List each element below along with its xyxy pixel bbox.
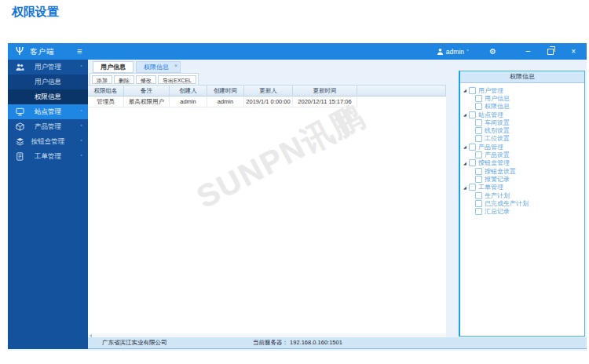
tree-node[interactable]: 车间设置 (463, 118, 583, 126)
page: 权限设置 客户端 ≡ admin ˅ ⚙ – × 用 (0, 0, 589, 364)
tree-node[interactable]: 按钮盒设置 (463, 167, 583, 175)
checkbox[interactable] (469, 159, 476, 166)
work-order-icon (16, 152, 24, 161)
tree-node[interactable]: 工位设置 (463, 135, 583, 143)
checkbox[interactable] (475, 176, 482, 183)
current-server: 当前服务器： 192.168.0.160:1501 (253, 337, 342, 348)
product-box-icon (16, 122, 24, 131)
monitor-icon (16, 107, 24, 116)
checkbox[interactable] (475, 208, 482, 215)
checkbox[interactable] (475, 168, 482, 175)
tree-node-group[interactable]: ◢用户管理 (463, 86, 583, 94)
export-excel-button[interactable]: 导出EXCEL (158, 75, 196, 84)
sidebar-item-buttonbox-management[interactable]: 按钮盒管理 ˅ (8, 134, 88, 149)
expand-icon: ◢ (463, 112, 468, 117)
toolbar: 添加 删除 修改 导出EXCEL (90, 73, 199, 86)
checkbox[interactable] (469, 111, 476, 118)
settings-gear-icon[interactable]: ⚙ (489, 43, 496, 60)
users-icon (16, 63, 24, 71)
col-header-create-time[interactable]: 创建时间 (207, 85, 244, 96)
chevron-down-icon: ˅ (80, 149, 82, 164)
expand-icon: ◢ (463, 88, 468, 93)
sidebar: 用户管理 ˄ 用户信息 权限信息 站点管理 ˅ 产品管理 ˅ (8, 60, 88, 349)
table-row[interactable]: 管理员 最高权限用户 admin admin 2019/1/1 0:00:00 … (88, 96, 446, 107)
tree-node[interactable]: 已完成生产计划 (463, 199, 583, 207)
chevron-down-icon: ˅ (80, 134, 82, 149)
tree-node[interactable]: 用户信息 (463, 94, 583, 102)
col-header-updater[interactable]: 更新人 (244, 85, 293, 96)
company-name: 广东省滨江实业有限公司 (102, 337, 167, 348)
sidebar-item-workorder-management[interactable]: 工单管理 ˅ (8, 149, 88, 164)
sidebar-item-site-management[interactable]: 站点管理 ˅ (8, 104, 88, 119)
restore-button[interactable] (547, 49, 554, 55)
user-name: admin (446, 48, 464, 56)
sidebar-item-product-management[interactable]: 产品管理 ˅ (8, 119, 88, 134)
sidebar-item-user-management[interactable]: 用户管理 ˄ (8, 60, 88, 75)
page-title: 权限设置 (12, 5, 59, 20)
app-name: 客户端 (30, 43, 55, 60)
tree-node[interactable]: 线别设置 (463, 126, 583, 134)
col-header-update-time[interactable]: 更新时间 (293, 85, 357, 96)
tree-node[interactable]: 产品设置 (463, 151, 583, 158)
delete-button[interactable]: 删除 (114, 75, 134, 84)
checkbox[interactable] (475, 119, 482, 126)
tree-node-group[interactable]: ◢按钮盒管理 (463, 159, 583, 167)
chevron-down-icon: ˅ (80, 104, 82, 119)
user-menu[interactable]: admin ˅ (437, 43, 469, 60)
tree-node-group[interactable]: ◢工单管理 (463, 184, 583, 191)
tab-close-icon[interactable]: × (174, 60, 177, 71)
permission-table: 权限组名 备注 创建人 创建时间 更新人 更新时间 管理员 最高权限用户 adm… (88, 85, 446, 338)
close-button[interactable]: × (571, 43, 576, 60)
table-header-row: 权限组名 备注 创建人 创建时间 更新人 更新时间 (88, 85, 446, 96)
col-header-remark[interactable]: 备注 (124, 85, 170, 96)
sidebar-item-user-info[interactable]: 用户信息 (8, 75, 88, 89)
chevron-down-icon: ˅ (80, 119, 82, 134)
checkbox[interactable] (475, 192, 482, 199)
checkbox[interactable] (475, 135, 482, 142)
tree-node[interactable]: 报警记录 (463, 175, 583, 183)
checkbox[interactable] (469, 144, 476, 151)
tree-node-group[interactable]: ◢站点管理 (463, 111, 583, 118)
main-content: 用户信息 权限信息 × 添加 删除 修改 导出EXCEL 权限组名 备注 创建人… (88, 60, 587, 338)
titlebar: 客户端 ≡ admin ˅ ⚙ – × (8, 43, 587, 60)
user-icon (437, 48, 444, 55)
panel-title: 权限信息 (460, 71, 584, 83)
expand-icon: ◢ (463, 161, 468, 166)
tree-node[interactable]: 生产计划 (463, 191, 583, 199)
checkbox[interactable] (475, 95, 482, 102)
status-bar: 广东省滨江实业有限公司 当前服务器： 192.168.0.160:1501 (88, 337, 587, 349)
watermark: SUNPN讯鹏 (189, 94, 371, 218)
checkbox[interactable] (475, 127, 482, 134)
col-header-group-name[interactable]: 权限组名 (88, 85, 124, 96)
menu-toggle-icon[interactable]: ≡ (77, 43, 82, 60)
layers-icon (16, 137, 24, 146)
tree-node[interactable]: 汇总记录 (463, 207, 583, 215)
tab-user-info[interactable]: 用户信息 (93, 61, 134, 73)
tree-node[interactable]: 权限信息 (463, 103, 583, 111)
checkbox[interactable] (475, 151, 482, 158)
checkbox[interactable] (469, 87, 476, 94)
app-window: 客户端 ≡ admin ˅ ⚙ – × 用户管理 ˄ 用户信息 (8, 43, 587, 351)
app-logo-icon (15, 46, 24, 56)
chevron-up-icon: ˄ (80, 60, 82, 75)
sidebar-item-permission-info[interactable]: 权限信息 (8, 89, 88, 104)
chevron-down-icon: ˅ (466, 49, 469, 54)
add-button[interactable]: 添加 (92, 75, 112, 84)
tab-bar: 用户信息 权限信息 × (93, 61, 181, 72)
col-header-filler (357, 85, 446, 96)
col-header-creator[interactable]: 创建人 (170, 85, 207, 96)
checkbox[interactable] (469, 184, 476, 191)
expand-icon: ◢ (463, 144, 468, 149)
edit-button[interactable]: 修改 (136, 75, 156, 84)
tree-node-group[interactable]: ◢产品管理 (463, 143, 583, 151)
minimize-button[interactable]: – (525, 43, 530, 58)
expand-icon: ◢ (463, 185, 468, 190)
checkbox[interactable] (475, 103, 482, 110)
tab-permission-info[interactable]: 权限信息 × (136, 61, 181, 73)
permission-panel: 权限信息 ◢用户管理 用户信息 权限信息 ◢站点管理 车间设置 线别设置 工位设… (459, 71, 585, 337)
permission-tree: ◢用户管理 用户信息 权限信息 ◢站点管理 车间设置 线别设置 工位设置 ◢产品… (460, 83, 584, 216)
checkbox[interactable] (475, 200, 482, 207)
